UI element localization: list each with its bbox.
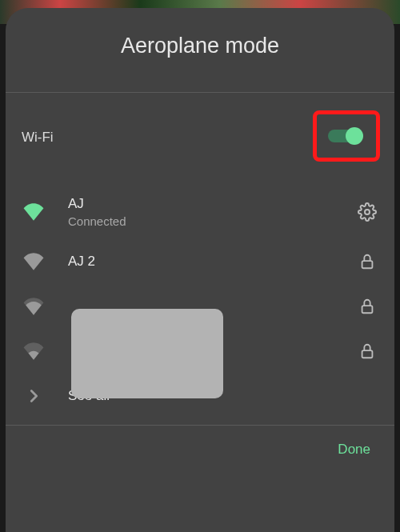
done-button[interactable]: Done xyxy=(338,442,370,458)
wifi-toggle[interactable] xyxy=(328,127,362,145)
panel-header: Aeroplane mode xyxy=(6,8,394,92)
svg-point-0 xyxy=(365,210,370,214)
network-info: AJ 2 xyxy=(68,253,358,270)
wifi-signal-icon xyxy=(23,298,44,315)
footer: Done xyxy=(6,426,394,477)
wifi-network-item[interactable]: AJ Connected xyxy=(6,184,394,239)
page-title: Aeroplane mode xyxy=(22,34,378,58)
redacted-overlay xyxy=(71,309,223,398)
wifi-section-row: Wi-Fi xyxy=(6,93,394,179)
svg-rect-3 xyxy=(362,350,373,358)
toggle-thumb xyxy=(346,127,363,145)
wifi-toggle-highlight xyxy=(313,110,380,162)
wifi-signal-icon xyxy=(23,203,44,221)
wifi-section-label: Wi-Fi xyxy=(22,130,54,146)
network-name: AJ 2 xyxy=(68,253,358,270)
wifi-signal-icon xyxy=(23,342,44,360)
chevron-right-icon xyxy=(23,387,44,405)
network-status: Connected xyxy=(68,214,358,228)
lock-icon xyxy=(358,252,377,271)
wifi-network-item[interactable]: AJ 2 xyxy=(6,239,394,284)
settings-icon[interactable] xyxy=(358,202,377,222)
lock-icon xyxy=(358,297,377,316)
network-name: AJ xyxy=(68,195,358,213)
lock-icon xyxy=(358,342,377,361)
wifi-signal-icon xyxy=(23,253,44,270)
svg-rect-2 xyxy=(362,306,373,313)
svg-rect-1 xyxy=(362,261,373,268)
network-info: AJ Connected xyxy=(68,195,358,228)
settings-panel: Aeroplane mode Wi-Fi AJ Connected xyxy=(6,8,394,532)
